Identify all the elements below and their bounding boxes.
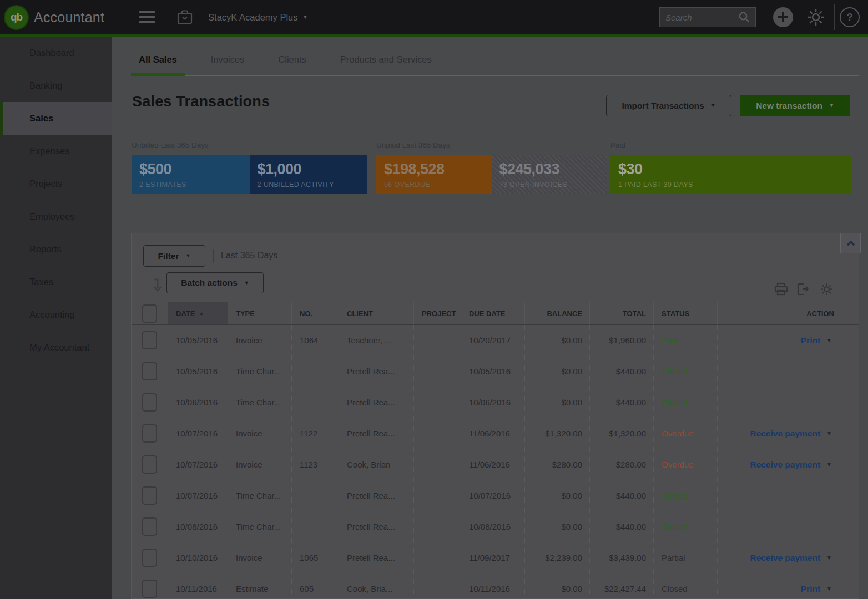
row-checkbox[interactable] <box>142 393 157 412</box>
cell-project <box>413 542 461 573</box>
cell-due-date: 11/06/2016 <box>461 449 524 480</box>
cell-total: $3,439.00 <box>589 542 653 573</box>
row-checkbox[interactable] <box>142 362 157 380</box>
tab[interactable]: All Sales <box>131 54 185 75</box>
table-row[interactable]: 10/07/2016 Invoice 1122 Pretell Rea... 1… <box>132 418 859 449</box>
search-icon[interactable] <box>738 11 751 24</box>
table-row[interactable]: 10/11/2016 Estimate 605 Cook, Bria... 10… <box>132 573 859 599</box>
money-tile[interactable]: $500 2 ESTIMATES <box>132 155 250 194</box>
column-header-due-date[interactable]: DUE DATE <box>461 302 524 324</box>
column-header-type[interactable]: TYPE <box>228 302 291 324</box>
collapse-money-bar-button[interactable] <box>840 233 861 253</box>
chevron-down-icon: ▼ <box>826 431 832 436</box>
status-badge: Overdue <box>662 429 694 438</box>
global-search[interactable] <box>659 7 756 27</box>
money-tile[interactable]: $245,033 73 OPEN INVOICES <box>492 155 607 194</box>
table-row[interactable]: 10/05/2016 Time Char... Pretell Rea... 1… <box>132 356 859 387</box>
chevron-down-icon: ▼ <box>185 253 190 258</box>
cell-client: Cook, Brian <box>339 449 413 480</box>
row-action-link[interactable]: Receive payment ▼ <box>750 553 832 563</box>
left-navigation: Dashboard Banking Sales Expenses Project… <box>0 37 112 599</box>
sort-download-icon[interactable] <box>152 278 164 293</box>
cell-due-date: 10/08/2016 <box>461 511 524 542</box>
sidebar-item[interactable]: Sales <box>0 102 112 135</box>
column-header-project[interactable]: PROJECT <box>413 302 461 324</box>
row-action-link[interactable]: Receive payment ▼ <box>750 429 832 439</box>
help-icon[interactable]: ? <box>839 7 860 28</box>
table-row[interactable]: 10/05/2016 Invoice 1064 Teschner, ... 10… <box>132 325 859 356</box>
briefcase-icon[interactable] <box>176 9 193 26</box>
cell-no <box>291 387 339 418</box>
cell-client: Pretell Rea... <box>339 480 413 511</box>
cell-project <box>413 573 461 599</box>
row-checkbox[interactable] <box>142 580 157 598</box>
sidebar-item[interactable]: Projects <box>0 167 112 200</box>
column-header-date[interactable]: DATE ▲ <box>168 302 228 324</box>
money-tile[interactable]: $198,528 56 OVERDUE <box>376 155 492 194</box>
cell-balance: $280.00 <box>524 449 589 480</box>
sidebar-item[interactable]: Dashboard <box>0 37 112 69</box>
table-row[interactable]: 10/08/2016 Time Char... Pretell Rea... 1… <box>132 511 859 542</box>
table-row[interactable]: 10/07/2016 Invoice 1123 Cook, Brian 11/0… <box>132 449 859 480</box>
gear-icon[interactable] <box>805 7 826 28</box>
print-icon[interactable] <box>773 281 789 297</box>
import-transactions-button[interactable]: Import Transactions ▼ <box>606 95 731 116</box>
table-row[interactable]: 10/06/2016 Time Char... Pretell Rea... 1… <box>132 387 859 418</box>
column-header-total[interactable]: TOTAL <box>589 302 653 324</box>
money-tile-amount: $245,033 <box>499 161 607 178</box>
row-action-link[interactable]: Receive payment ▼ <box>750 460 832 470</box>
table-row[interactable]: 10/10/2016 Invoice 1065 Pretell Rea... 1… <box>132 542 859 573</box>
cell-balance: $2,239.00 <box>524 542 589 573</box>
batch-actions-button[interactable]: Batch actions ▼ <box>166 272 264 293</box>
tab[interactable]: Invoices <box>203 54 253 75</box>
table-settings-gear-icon[interactable] <box>819 281 834 297</box>
cell-total: $440.00 <box>589 480 653 511</box>
row-action-link[interactable]: Print ▼ <box>801 584 832 594</box>
money-tile-amount: $1,000 <box>258 161 368 178</box>
cell-date: 10/10/2016 <box>168 542 228 573</box>
create-plus-icon[interactable] <box>773 7 794 28</box>
column-header-no[interactable]: NO. <box>291 302 339 324</box>
row-checkbox[interactable] <box>142 424 157 443</box>
sidebar-item[interactable]: Accounting <box>0 298 112 331</box>
sidebar-item[interactable]: Reports <box>0 233 112 266</box>
new-transaction-button[interactable]: New transaction ▼ <box>740 95 850 116</box>
column-header-action: ACTION <box>717 302 859 324</box>
cell-total: $1,960.00 <box>589 325 653 356</box>
sidebar-item[interactable]: Expenses <box>0 135 112 167</box>
row-checkbox[interactable] <box>142 455 157 474</box>
money-tile[interactable]: $30 1 PAID LAST 30 DAYS <box>610 155 851 194</box>
money-tile[interactable]: $1,000 2 UNBILLED ACTIVITY <box>250 155 368 194</box>
row-action-link[interactable]: Print ▼ <box>801 336 832 346</box>
select-all-checkbox[interactable] <box>142 304 157 323</box>
status-badge: Partial <box>662 553 685 562</box>
export-icon[interactable] <box>795 281 811 297</box>
cell-client: Cook, Bria... <box>339 573 413 599</box>
cell-total: $440.00 <box>589 511 653 542</box>
row-checkbox[interactable] <box>142 331 157 349</box>
tab[interactable]: Clients <box>270 54 314 75</box>
sidebar-item[interactable]: Taxes <box>0 266 112 298</box>
sidebar-item[interactable]: Employees <box>0 200 112 233</box>
row-checkbox[interactable] <box>142 486 157 505</box>
company-switcher[interactable]: StacyK Academy Plus ▼ <box>208 12 307 23</box>
column-header-status[interactable]: STATUS <box>653 302 717 324</box>
hamburger-menu-icon[interactable] <box>139 11 155 23</box>
search-input[interactable] <box>660 13 738 22</box>
sidebar-item[interactable]: My Accountant <box>0 331 112 364</box>
sidebar-item-label: Sales <box>29 113 53 124</box>
column-header-balance[interactable]: BALANCE <box>524 302 589 324</box>
cell-no <box>291 356 339 387</box>
chevron-down-icon: ▼ <box>826 555 832 561</box>
sidebar-item-label: Projects <box>29 179 63 189</box>
filter-button[interactable]: Filter ▼ <box>143 245 205 267</box>
cell-no: 1123 <box>291 449 339 480</box>
quickbooks-logo-icon[interactable]: qb <box>4 5 29 30</box>
sidebar-item[interactable]: Banking <box>0 69 112 102</box>
tab[interactable]: Products and Services <box>332 54 440 75</box>
table-row[interactable]: 10/07/2016 Time Char... Pretell Rea... 1… <box>132 480 859 511</box>
row-checkbox[interactable] <box>142 517 157 536</box>
column-header-client[interactable]: CLIENT <box>339 302 413 324</box>
row-checkbox[interactable] <box>142 549 157 567</box>
status-badge: Paid <box>662 336 678 345</box>
